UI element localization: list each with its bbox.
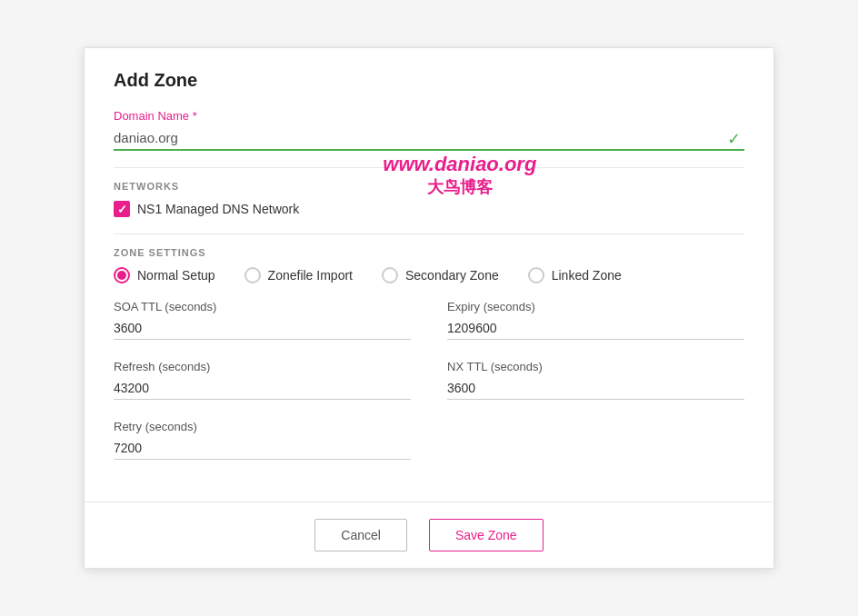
radio-normal-outer: [114, 267, 130, 283]
soa-ttl-label: SOA TTL (seconds): [114, 300, 411, 313]
ns1-network-label: NS1 Managed DNS Network: [137, 202, 299, 216]
radio-normal-label: Normal Setup: [137, 268, 215, 283]
add-zone-dialog: Add Zone Domain Name * ✓ www.daniao.org …: [84, 47, 774, 569]
soa-ttl-field: SOA TTL (seconds): [114, 300, 411, 340]
radio-linked-outer: [528, 267, 544, 283]
refresh-field: Refresh (seconds): [114, 360, 411, 400]
retry-input[interactable]: [114, 437, 411, 460]
watermark-url: www.daniao.org: [383, 153, 536, 176]
retry-field: Retry (seconds): [114, 420, 411, 460]
domain-name-input[interactable]: [114, 126, 744, 151]
expiry-input[interactable]: [447, 317, 744, 340]
radio-secondary-outer: [382, 267, 398, 283]
radio-linked-zone[interactable]: Linked Zone: [528, 267, 622, 283]
nx-ttl-field: NX TTL (seconds): [447, 360, 744, 400]
radio-zonefile-outer: [244, 267, 261, 283]
expiry-label: Expiry (seconds): [447, 300, 744, 313]
soa-ttl-input[interactable]: [114, 317, 411, 340]
radio-secondary-label: Secondary Zone: [405, 268, 499, 283]
radio-normal-setup[interactable]: Normal Setup: [114, 267, 215, 283]
domain-name-field-wrap: ✓: [114, 126, 744, 151]
radio-zonefile-import[interactable]: Zonefile Import: [244, 267, 353, 283]
networks-section-label: NETWORKS: [114, 181, 744, 192]
domain-name-label: Domain Name *: [114, 109, 744, 123]
nx-ttl-label: NX TTL (seconds): [447, 360, 744, 373]
refresh-input[interactable]: [114, 377, 411, 400]
dialog-title: Add Zone: [114, 70, 744, 91]
zone-settings-label: ZONE SETTINGS: [114, 247, 744, 258]
radio-zonefile-label: Zonefile Import: [268, 268, 353, 283]
ns1-network-checkbox-row[interactable]: ✓ NS1 Managed DNS Network: [114, 201, 744, 217]
checkmark-icon: ✓: [117, 203, 127, 216]
zone-settings-form-grid: SOA TTL (seconds) Expiry (seconds) Refre…: [114, 300, 744, 480]
cancel-button[interactable]: Cancel: [314, 519, 407, 551]
radio-secondary-zone[interactable]: Secondary Zone: [382, 267, 499, 283]
ns1-network-checkbox[interactable]: ✓: [114, 201, 130, 217]
empty-field: [447, 420, 744, 460]
refresh-label: Refresh (seconds): [114, 360, 411, 373]
check-icon: ✓: [727, 129, 741, 149]
retry-label: Retry (seconds): [114, 420, 411, 433]
divider-1: [114, 167, 744, 168]
divider-2: [114, 233, 744, 234]
radio-linked-label: Linked Zone: [552, 268, 622, 283]
expiry-field: Expiry (seconds): [447, 300, 744, 340]
dialog-footer: Cancel Save Zone: [85, 502, 773, 568]
save-zone-button[interactable]: Save Zone: [429, 519, 544, 551]
zone-type-radio-group: Normal Setup Zonefile Import Secondary Z…: [114, 267, 744, 283]
nx-ttl-input[interactable]: [447, 377, 744, 400]
radio-normal-inner: [117, 271, 126, 280]
